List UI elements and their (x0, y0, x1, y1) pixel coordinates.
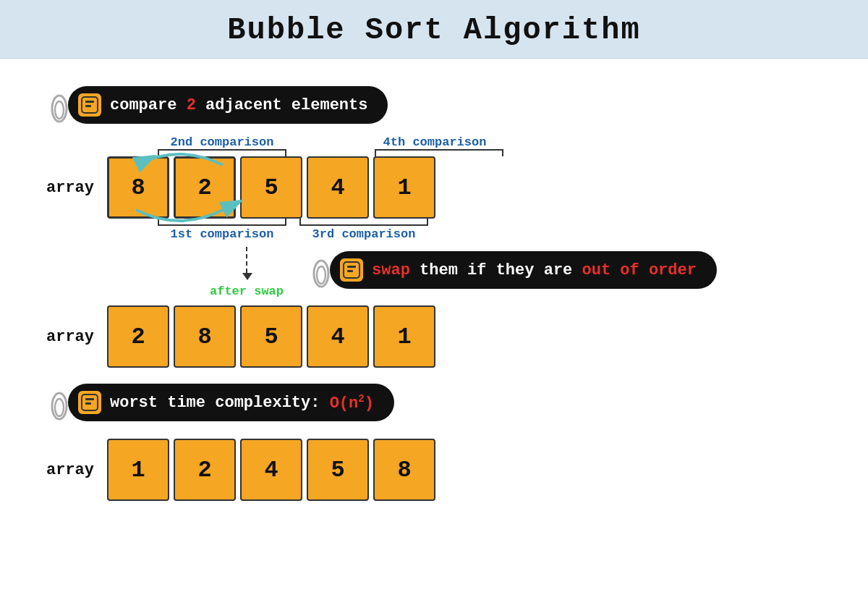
array-row-1: array 8 2 5 4 1 (43, 156, 825, 219)
array-label-3: array (43, 461, 94, 479)
swap-word: swap (372, 261, 410, 279)
swap-arrows-svg (107, 151, 252, 224)
bracket-top-right (375, 149, 503, 156)
tag-icon-3 (80, 392, 100, 413)
complexity-pill-row: worst time complexity: O(n2) (43, 384, 825, 429)
array-boxes-3: 1 2 4 5 8 (107, 439, 435, 501)
pill-icon-3 (78, 391, 101, 414)
compare-pill-text: compare 2 adjacent elements (110, 96, 367, 114)
comparison-label-3rd: 3rd comparison (299, 227, 428, 241)
after-swap-label: after swap (210, 284, 284, 298)
array2-box-3: 4 (307, 305, 369, 368)
array-label-2: array (43, 328, 94, 346)
header-bar: Bubble Sort Algorithm (0, 0, 868, 59)
tag-icon-2 (341, 260, 362, 280)
array2-box-1: 8 (174, 305, 236, 368)
page-title: Bubble Sort Algorithm (0, 13, 868, 48)
array3-box-4: 8 (373, 439, 435, 501)
comparison-label-4th: 4th comparison (370, 135, 499, 149)
diagram-area: 2nd comparison 4th comparison array 8 (43, 135, 825, 501)
complexity-pill-text: worst time complexity: O(n2) (110, 392, 374, 412)
swap-pill-container: swap them if they are out of order (305, 251, 717, 296)
compare-pill: compare 2 adjacent elements (68, 86, 388, 124)
array2-box-4: 1 (373, 305, 435, 368)
dashed-arrow-column: after swap (210, 247, 284, 298)
array3-box-2: 4 (240, 439, 302, 501)
comparison-label-2nd: 2nd comparison (158, 135, 286, 149)
compare-number: 2 (187, 96, 196, 114)
array-row-3: array 1 2 4 5 8 (43, 439, 825, 501)
comparison-label-1st: 1st comparison (158, 227, 286, 241)
arrow-head (242, 273, 252, 280)
array-label-1: array (43, 179, 94, 197)
tag-icon-1 (80, 95, 100, 115)
svg-rect-4 (85, 105, 91, 107)
paperclip-icon-1 (43, 93, 75, 125)
paperclip-icon-3 (43, 390, 75, 422)
svg-point-1 (55, 101, 64, 119)
svg-rect-10 (347, 266, 356, 268)
top-bracket-labels: 2nd comparison 4th comparison (158, 135, 825, 149)
dashed-line (246, 247, 247, 273)
pill-icon-1 (78, 93, 101, 117)
array3-box-1: 2 (174, 439, 236, 501)
array2-box-0: 2 (107, 305, 169, 368)
svg-rect-11 (347, 270, 353, 272)
svg-point-8 (317, 266, 326, 284)
pill-icon-2 (340, 258, 363, 282)
swap-pill-text: swap them if they are out of order (372, 261, 697, 279)
array-box-4: 4 (307, 156, 369, 219)
out-of-order-text: out of order (582, 261, 696, 279)
array2-box-2: 5 (240, 305, 302, 368)
array-box-1: 1 (373, 156, 435, 219)
array-row-2: array 2 8 5 4 1 (43, 305, 825, 368)
complexity-value: O(n2) (330, 395, 374, 413)
array-boxes-2: 2 8 5 4 1 (107, 305, 435, 368)
middle-section: after swap (43, 247, 825, 298)
main-content: compare 2 adjacent elements 2nd comparis… (0, 59, 868, 616)
array3-box-3: 5 (307, 439, 369, 501)
svg-rect-15 (85, 398, 94, 400)
top-brackets (158, 149, 825, 156)
bottom-brackets (158, 219, 825, 226)
bracket-bottom-center (299, 219, 428, 226)
complexity-pill: worst time complexity: O(n2) (68, 384, 394, 421)
bottom-bracket-labels: 1st comparison 3rd comparison (158, 227, 825, 241)
svg-rect-16 (85, 402, 91, 405)
svg-point-13 (55, 399, 64, 416)
swap-pill: swap them if they are out of order (330, 251, 717, 289)
svg-rect-3 (85, 101, 94, 103)
array3-box-0: 1 (107, 439, 169, 501)
paperclip-icon-2 (305, 258, 337, 290)
